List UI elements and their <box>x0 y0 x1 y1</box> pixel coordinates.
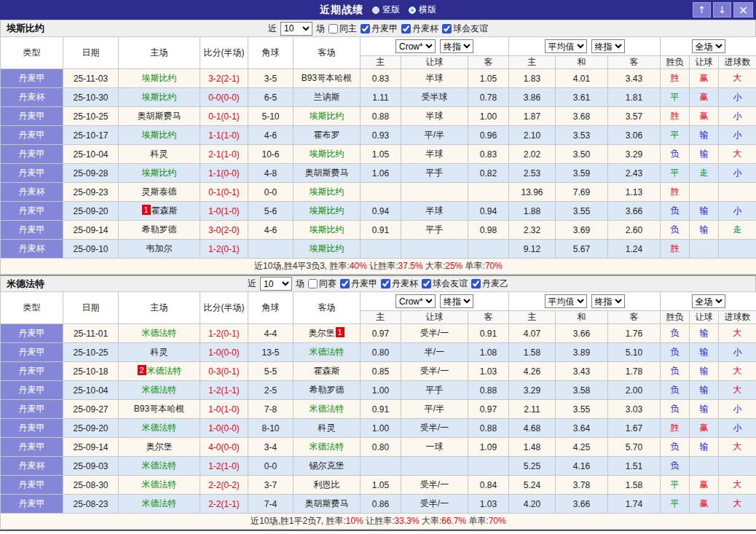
result-goals-cell: 大 <box>719 495 756 514</box>
home-team-cell: 米德法特 <box>119 476 200 495</box>
score-cell: 1-0(0-0) <box>200 419 248 438</box>
match-row: 丹麦甲25-10-25科灵1-0(0-0)13-5米德法特0.80半/一1.08… <box>1 343 756 362</box>
filter-checkbox-3[interactable]: 球会友谊 <box>422 278 468 290</box>
filter-checkbox-2[interactable]: 丹麦杯 <box>401 23 438 35</box>
checkbox-input[interactable] <box>381 279 390 288</box>
titlebar: 近期战绩 竖版 横版 ↑ ↓ × <box>0 0 756 20</box>
match-count-select[interactable]: 10 <box>280 22 312 36</box>
team-text: 霍森斯 <box>314 366 340 376</box>
checkbox-input[interactable] <box>422 279 431 288</box>
avg-away-cell: 1.51 <box>608 457 661 476</box>
odds-home-cell <box>361 183 401 202</box>
radio-vertical-layout[interactable]: 竖版 <box>372 4 400 16</box>
move-down-button[interactable]: ↓ <box>713 2 731 17</box>
checkbox-input[interactable] <box>328 24 338 34</box>
final-average-select[interactable]: 终指 <box>591 39 625 53</box>
result-wl-cell: 胜 <box>661 69 690 88</box>
away-team-cell: 埃斯比约 <box>294 240 361 259</box>
away-team-cell: 霍森斯 <box>294 362 361 381</box>
move-up-button[interactable]: ↑ <box>693 2 711 17</box>
team-text: 米德法特 <box>142 328 177 338</box>
home-team-cell: 埃斯比约 <box>119 69 200 88</box>
bookmaker-select[interactable]: Crow* <box>395 294 436 308</box>
odds-handicap-cell: 平/半 <box>401 126 468 145</box>
date-cell: 25-08-30 <box>63 476 119 495</box>
odds-away-cell: 1.09 <box>468 438 509 457</box>
result-group-header: 全场 <box>661 292 756 311</box>
average-select[interactable]: 平均值 <box>545 294 587 308</box>
match-row: 丹麦甲25-09-28埃斯比约1-1(0-0)4-8奥胡斯费马1.06平手0.8… <box>1 164 756 183</box>
scope-select[interactable]: 全场 <box>692 294 725 308</box>
sub-column-header: 让球 <box>401 311 468 324</box>
match-row: 丹麦杯25-09-23灵斯泰德0-1(0-1)0-0埃斯比约13.967.691… <box>1 183 756 202</box>
filter-checkbox-1[interactable]: 丹麦甲 <box>361 23 398 35</box>
filter-checkbox-0[interactable]: 同赛 <box>308 278 336 290</box>
team-text: 埃斯比约 <box>310 224 344 235</box>
team-section-1: 米德法特近10场同赛丹麦甲丹麦杯球会友谊丹麦乙类型日期主场比分(半场)角球客场C… <box>0 275 756 530</box>
checkbox-input[interactable] <box>471 279 481 288</box>
summary-part: 单率: <box>462 261 485 271</box>
team-text: 霍森斯 <box>151 205 178 216</box>
checkbox-input[interactable] <box>308 279 318 288</box>
result-wl-cell: 负 <box>661 381 690 400</box>
odds-handicap-cell <box>401 240 468 259</box>
result-wl-cell: 负 <box>661 221 690 240</box>
match-count-select[interactable]: 10 <box>260 277 292 291</box>
date-cell: 25-09-20 <box>63 419 119 438</box>
result-group-header: 全场 <box>661 37 756 56</box>
date-cell: 25-10-04 <box>63 145 119 164</box>
odds-handicap-cell: 半球 <box>401 107 468 126</box>
radio-horizontal-layout[interactable]: 横版 <box>409 4 436 16</box>
bookmaker-select[interactable]: Crow* <box>395 39 436 53</box>
corners-cell: 4-6 <box>248 221 294 240</box>
away-team-cell: 奥尔堡1 <box>294 324 361 343</box>
scope-selects: 全场 <box>661 294 755 308</box>
radio-horizontal-label: 横版 <box>419 4 436 16</box>
avg-draw-cell: 3.78 <box>556 476 608 495</box>
home-team-cell: 米德法特 <box>119 324 200 343</box>
checkbox-input[interactable] <box>401 24 411 34</box>
avg-home-cell: 2.32 <box>509 221 556 240</box>
final-odds-select[interactable]: 终指 <box>440 39 473 53</box>
team-text: 锡尔克堡 <box>310 460 344 471</box>
team-text: 奥尔堡 <box>309 328 335 338</box>
average-select[interactable]: 平均值 <box>545 39 587 53</box>
odds-home-cell: 0.91 <box>361 400 401 419</box>
team-text: 米德法特 <box>142 460 177 471</box>
checkbox-input[interactable] <box>361 24 370 34</box>
home-team-cell: 1霍森斯 <box>119 202 200 221</box>
final-average-select[interactable]: 终指 <box>591 294 625 308</box>
avg-away-cell: 1.24 <box>608 240 661 259</box>
scope-select[interactable]: 全场 <box>692 39 725 53</box>
odds-away-cell: 0.88 <box>468 381 509 400</box>
filter-checkbox-3[interactable]: 球会友谊 <box>442 23 488 35</box>
checkbox-input[interactable] <box>340 279 350 288</box>
final-odds-select[interactable]: 终指 <box>440 294 473 308</box>
filter-checkbox-2[interactable]: 丹麦杯 <box>381 278 418 290</box>
team-text: 科灵 <box>151 347 168 357</box>
near-label: 近 <box>248 278 256 290</box>
average-group-header: 平均值终指 <box>509 37 661 56</box>
home-team-cell: 埃斯比约 <box>119 164 200 183</box>
away-team-cell: 米德法特 <box>294 438 361 457</box>
summary-text: 近10场,胜1平2负7, 胜率:10% 让胜率:33.3% 大率:66.7% 单… <box>1 514 756 530</box>
filter-checkbox-4[interactable]: 丹麦乙 <box>471 278 508 290</box>
score-cell: 1-2(0-1) <box>200 240 248 259</box>
odds-home-cell: 1.05 <box>361 476 401 495</box>
away-team-cell: 埃斯比约 <box>294 145 361 164</box>
odds-handicap-cell: 半球 <box>401 145 468 164</box>
corners-cell: 6-5 <box>248 88 294 107</box>
avg-draw-cell: 3.66 <box>556 324 608 343</box>
away-team-cell: 锡尔克堡 <box>294 457 361 476</box>
filter-checkbox-1[interactable]: 丹麦甲 <box>340 278 377 290</box>
close-button[interactable]: × <box>733 2 753 17</box>
odds-handicap-cell: 平手 <box>401 221 468 240</box>
filter-checkbox-0[interactable]: 同主 <box>328 23 357 35</box>
league-cell: 丹麦甲 <box>1 324 63 343</box>
corners-cell: 8-10 <box>248 419 294 438</box>
average-selects: 平均值终指 <box>510 39 659 53</box>
checkbox-input[interactable] <box>442 24 452 34</box>
match-row: 丹麦甲25-09-14奥尔堡4-0(0-0)3-4米德法特0.80一球1.091… <box>1 438 756 457</box>
result-wl-cell: 负 <box>661 400 690 419</box>
column-header: 客场 <box>294 37 361 69</box>
